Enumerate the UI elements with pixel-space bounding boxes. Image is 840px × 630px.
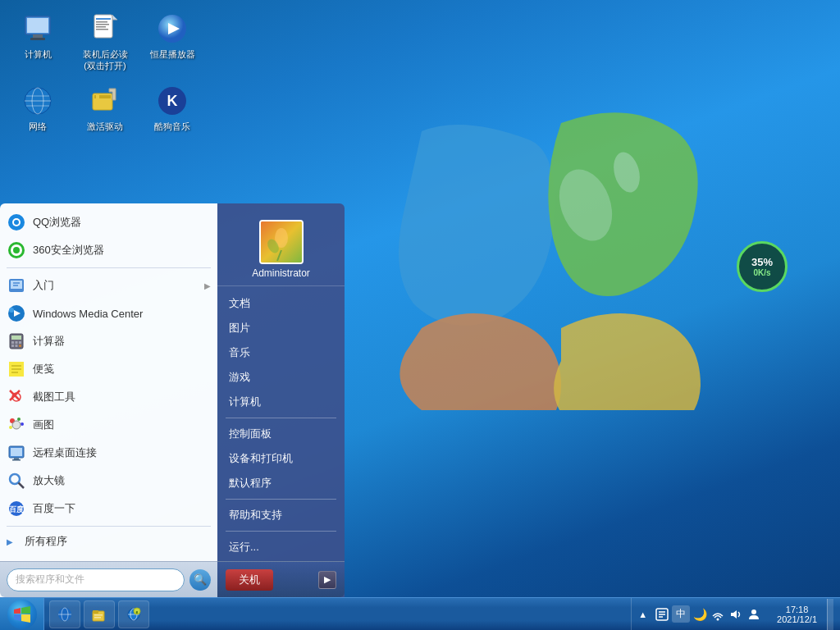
right-menu-help-support[interactable]: 帮助和支持 (217, 503, 345, 527)
right-menu-pictures[interactable]: 图片 (217, 316, 345, 340)
svg-rect-5 (30, 38, 45, 40)
clock-time: 17:18 (786, 605, 809, 614)
computer-icon (21, 12, 54, 45)
magnifier-icon (7, 471, 26, 491)
svg-rect-38 (11, 336, 21, 340)
network-speed: 0K/s (753, 268, 770, 277)
network-globe-icon (21, 84, 54, 117)
svg-line-62 (19, 483, 25, 489)
svg-rect-31 (11, 281, 22, 289)
tray-action-center-icon[interactable] (654, 606, 670, 623)
player-label: 恒星播放器 (150, 48, 195, 60)
menu-item-getting-started[interactable]: 入门 ▶ (0, 272, 217, 299)
taskbar-network-icon (57, 606, 73, 623)
network-percent: 35% (751, 256, 773, 268)
search-box[interactable]: 搜索程序和文件 (7, 568, 185, 591)
menu-item-remote-desktop[interactable]: 远程桌面连接 (0, 439, 217, 467)
svg-rect-4 (33, 34, 43, 38)
taskbar-app-ie[interactable]: e (118, 600, 149, 628)
tray-expand-icon: ▲ (638, 609, 647, 619)
taskbar: e ▲ 中 🌙 (0, 597, 840, 630)
menu-item-qq-browser[interactable]: QQ浏览器 (0, 208, 217, 236)
desktop-icon-network[interactable]: 网络 (8, 80, 67, 136)
svg-point-56 (12, 421, 21, 429)
tray-network-icon[interactable] (710, 606, 726, 623)
menu-item-sticky-notes[interactable]: 便笺 (0, 355, 217, 383)
svg-rect-11 (96, 29, 108, 30)
start-menu-left-panel: QQ浏览器 360安全浏览器 (0, 203, 217, 597)
tray-language[interactable]: 中 (672, 605, 690, 623)
readme-label: 装机后必读(双击打开) (80, 48, 130, 72)
activate-icon (89, 84, 121, 117)
user-name: Administrator (252, 267, 310, 279)
desktop-icon-readme[interactable]: 装机后必读(双击打开) (75, 8, 135, 76)
menu-item-360-browser[interactable]: 360安全浏览器 (0, 236, 217, 264)
desktop-icon-row-2: 网络 激活驱动 K (8, 80, 202, 136)
taskbar-ie-icon: e (126, 606, 142, 623)
desktop-icon-activate[interactable]: 激活驱动 (75, 80, 135, 136)
start-orb (7, 600, 37, 629)
tray-user-icon[interactable] (746, 606, 762, 623)
start-button[interactable] (0, 598, 44, 631)
media-center-icon (7, 304, 26, 323)
menu-item-baidu[interactable]: 百度 百度一下 (0, 495, 217, 523)
taskbar-items: e (44, 598, 631, 630)
clock-date: 2021/12/1 (777, 614, 817, 624)
right-menu-run[interactable]: 运行... (217, 535, 345, 559)
right-menu-control-panel[interactable]: 控制面板 (217, 422, 345, 446)
menu-item-snipping-tool[interactable]: 截图工具 (0, 383, 217, 411)
right-divider-1 (226, 418, 336, 418)
system-tray: ▲ 中 🌙 (631, 598, 840, 630)
desktop-icon-player[interactable]: 恒星播放器 (143, 8, 202, 76)
tray-volume-icon[interactable] (728, 606, 744, 623)
right-menu-devices-printers[interactable]: 设备和打印机 (217, 446, 345, 471)
svg-rect-3 (27, 18, 48, 33)
search-button[interactable]: 🔍 (189, 569, 211, 591)
start-menu: QQ浏览器 360安全浏览器 (0, 203, 345, 597)
right-menu-games[interactable]: 游戏 (217, 365, 345, 390)
windows-logo (397, 66, 709, 410)
computer-label: 计算机 (25, 48, 52, 60)
desktop-icon-kugou[interactable]: K 酷狗音乐 (143, 80, 202, 136)
taskbar-explorer-icon (91, 606, 107, 623)
show-desktop-button[interactable] (827, 599, 833, 630)
taskbar-app-explorer[interactable] (84, 600, 115, 628)
menu-item-media-center[interactable]: Windows Media Center (0, 299, 217, 327)
desktop-icon-computer[interactable]: 计算机 (8, 8, 67, 76)
shutdown-button[interactable]: 关机 (226, 569, 273, 591)
qq-browser-icon (7, 212, 26, 232)
system-clock[interactable]: 17:18 2021/12/1 (772, 605, 822, 624)
svg-rect-10 (96, 26, 106, 28)
network-label: 网络 (29, 121, 47, 132)
kugou-label: 酷狗音乐 (154, 121, 190, 132)
svg-rect-74 (94, 614, 103, 616)
right-menu-default-programs[interactable]: 默认程序 (217, 471, 345, 495)
svg-rect-39 (11, 341, 14, 344)
menu-item-paint[interactable]: 画图 (0, 411, 217, 439)
menu-item-all-programs[interactable]: ▶ 所有程序 (0, 530, 217, 553)
right-menu-computer[interactable]: 计算机 (217, 390, 345, 414)
right-menu-music[interactable]: 音乐 (217, 340, 345, 365)
svg-rect-58 (11, 448, 22, 456)
svg-rect-7 (96, 18, 111, 20)
menu-divider-1 (7, 267, 211, 268)
svg-point-26 (14, 220, 19, 225)
right-menu-documents[interactable]: 文档 (217, 291, 345, 316)
network-widget[interactable]: 35% 0K/s (733, 238, 791, 295)
taskbar-app-network[interactable] (49, 600, 80, 628)
shutdown-bar: 关机 ▶ (217, 561, 345, 597)
user-avatar (259, 220, 304, 264)
menu-item-magnifier[interactable]: 放大镜 (0, 467, 217, 495)
svg-rect-9 (96, 24, 109, 25)
calculator-icon (7, 331, 26, 351)
svg-point-29 (13, 247, 20, 253)
tray-notification-area[interactable]: ▲ (638, 609, 647, 619)
getting-started-arrow: ▶ (204, 281, 211, 290)
svg-point-53 (17, 418, 21, 421)
menu-item-calculator[interactable]: 计算器 (0, 327, 217, 355)
snipping-tool-icon (7, 387, 26, 407)
shutdown-arrow-button[interactable]: ▶ (318, 571, 336, 589)
tray-moon-icon[interactable]: 🌙 (692, 606, 708, 623)
svg-point-85 (717, 618, 719, 620)
kugou-icon: K (156, 84, 189, 117)
